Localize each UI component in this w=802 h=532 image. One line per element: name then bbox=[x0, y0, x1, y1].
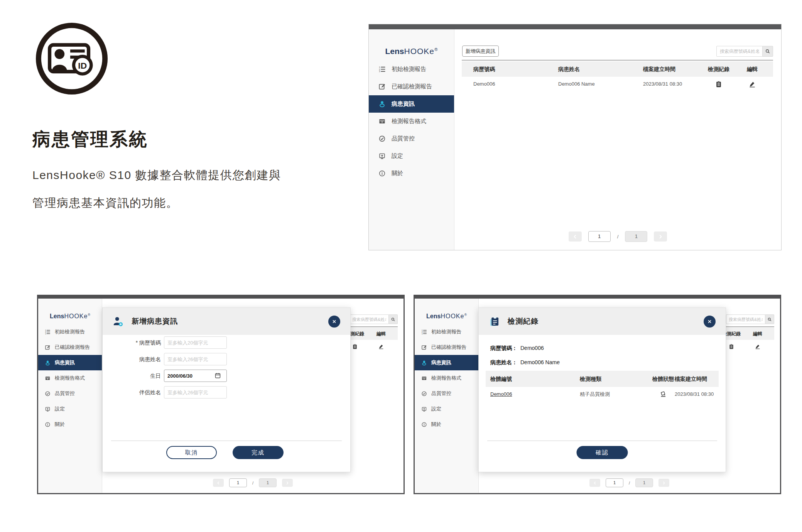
add-patient-dialog: 新增病患資訊 * 病歷號碼 病患姓名 生日 伴侶姓名 取消 完成 bbox=[102, 307, 351, 472]
edit-pencil-icon[interactable] bbox=[737, 77, 768, 91]
edit-document-icon bbox=[421, 345, 427, 350]
sidebar-menu: 123初始檢測報告已確認檢測報告病患資訊檢測報告格式品質管控設定關於 bbox=[369, 61, 454, 182]
quality-check-icon bbox=[421, 391, 427, 397]
window-test-records: LensHOOKe® 123初始檢測報告已確認檢測報告病患資訊檢測報告格式品質管… bbox=[414, 295, 781, 494]
sidebar: LensHOOKe® 123初始檢測報告已確認檢測報告病患資訊檢測報告格式品質管… bbox=[415, 299, 479, 493]
lenshooke-logo: LensHOOKe® bbox=[369, 29, 454, 56]
search-icon bbox=[391, 317, 395, 322]
current-page[interactable]: 1 bbox=[229, 478, 247, 487]
page-description: LensHooke® S10 數據整合軟體提供您創建與 管理病患基本資訊的功能。 bbox=[32, 161, 281, 217]
sidebar-item-report-format[interactable]: 檢測報告格式 bbox=[38, 370, 102, 386]
sidebar-item-label: 檢測報告格式 bbox=[55, 375, 85, 382]
partner-name-input[interactable] bbox=[164, 386, 227, 399]
window-titlebar bbox=[415, 296, 780, 299]
main-content: 新增病患資訊 病歷號碼 病患姓名 檔案建立時間 檢測紀錄 編輯 Demo006 … bbox=[454, 29, 781, 250]
current-page[interactable]: 1 bbox=[588, 231, 611, 242]
pagination: 1 / 1 bbox=[479, 478, 780, 487]
settings-monitor-icon bbox=[421, 406, 427, 412]
patient-name-label: 病患姓名： bbox=[490, 359, 517, 365]
sidebar-item-label: 已確認檢測報告 bbox=[55, 344, 90, 351]
sidebar-item-confirmed-reports[interactable]: 已確認檢測報告 bbox=[415, 339, 478, 355]
sidebar-item-label: 品質管控 bbox=[55, 390, 75, 397]
prev-page-button[interactable] bbox=[589, 479, 600, 487]
sidebar-item-quality-control[interactable]: 品質管控 bbox=[38, 386, 102, 401]
description-line-2: 管理病患基本資訊的功能。 bbox=[32, 189, 281, 217]
sidebar-item-patient-info[interactable]: 病患資訊 bbox=[369, 95, 454, 113]
sample-no-link[interactable]: Demo006 bbox=[490, 391, 512, 397]
sidebar-item-quality-control[interactable]: 品質管控 bbox=[415, 386, 478, 401]
sidebar-item-label: 檢測報告格式 bbox=[431, 375, 461, 382]
patient-name-label: 病患姓名 bbox=[103, 353, 161, 365]
sidebar-item-report-format[interactable]: 檢測報告格式 bbox=[415, 370, 478, 386]
svg-text:ID: ID bbox=[78, 61, 87, 71]
sidebar-item-confirmed-reports[interactable]: 已確認檢測報告 bbox=[38, 339, 102, 355]
search-icon bbox=[765, 49, 770, 54]
sidebar-item-about[interactable]: 關於 bbox=[369, 165, 454, 182]
next-page-button[interactable] bbox=[282, 479, 293, 487]
svg-text:3: 3 bbox=[45, 333, 46, 334]
search-button[interactable] bbox=[389, 314, 398, 324]
confirm-button[interactable]: 確認 bbox=[577, 446, 628, 459]
dialog-title: 檢測紀錄 bbox=[508, 316, 539, 326]
sidebar-item-patient-info[interactable]: 病患資訊 bbox=[415, 355, 478, 370]
search-button[interactable] bbox=[763, 46, 773, 57]
col-edit: 編輯 bbox=[366, 328, 397, 340]
edit-pencil-icon[interactable] bbox=[366, 340, 397, 353]
total-pages: 1 bbox=[625, 231, 647, 242]
col-created-time: 檔案建立時間 bbox=[643, 61, 675, 77]
sidebar-item-initial-reports[interactable]: 123初始檢測報告 bbox=[38, 324, 102, 339]
patient-id-row: 病歷號碼：Demo006 bbox=[490, 345, 544, 352]
numbered-list-icon: 123 bbox=[378, 66, 386, 73]
sidebar-item-settings[interactable]: 設定 bbox=[415, 401, 478, 417]
sidebar-item-confirmed-reports[interactable]: 已確認檢測報告 bbox=[369, 78, 454, 95]
close-button[interactable] bbox=[704, 316, 716, 328]
sidebar-item-label: 品質管控 bbox=[431, 390, 451, 397]
edit-pencil-icon[interactable] bbox=[742, 340, 773, 353]
search-box bbox=[350, 314, 398, 324]
report-format-icon bbox=[45, 375, 51, 381]
person-icon bbox=[378, 100, 386, 108]
close-button[interactable] bbox=[328, 316, 340, 328]
person-icon bbox=[45, 360, 51, 366]
sidebar-item-initial-reports[interactable]: 123初始檢測報告 bbox=[369, 61, 454, 78]
sidebar-item-settings[interactable]: 設定 bbox=[369, 147, 454, 165]
add-patient-button[interactable]: 新增病患資訊 bbox=[462, 46, 499, 57]
current-page[interactable]: 1 bbox=[606, 478, 623, 487]
sidebar-item-settings[interactable]: 設定 bbox=[38, 401, 102, 417]
record-no-input[interactable] bbox=[164, 336, 227, 349]
cancel-button[interactable]: 取消 bbox=[166, 446, 217, 459]
page-separator: / bbox=[252, 481, 253, 485]
sidebar-item-about[interactable]: 關於 bbox=[415, 417, 478, 432]
sidebar-item-about[interactable]: 關於 bbox=[38, 417, 102, 432]
col-created-time: 檔案建立時間 bbox=[675, 371, 707, 387]
numbered-list-icon: 123 bbox=[45, 329, 51, 335]
done-button[interactable]: 完成 bbox=[233, 446, 284, 459]
search-input[interactable] bbox=[726, 314, 765, 324]
page-title: 病患管理系統 bbox=[32, 127, 148, 152]
search-button[interactable] bbox=[765, 314, 774, 324]
sidebar-item-report-format[interactable]: 檢測報告格式 bbox=[369, 113, 454, 130]
calendar-icon[interactable] bbox=[214, 372, 221, 379]
next-page-button[interactable] bbox=[654, 231, 667, 242]
next-page-button[interactable] bbox=[658, 479, 669, 487]
test-records-clipboard-icon[interactable] bbox=[699, 77, 738, 91]
patient-name-input[interactable] bbox=[164, 353, 227, 365]
prev-page-button[interactable] bbox=[213, 479, 224, 487]
col-edit: 編輯 bbox=[737, 61, 768, 77]
cell-record-no: Demo006 bbox=[473, 77, 495, 91]
window-titlebar bbox=[369, 24, 781, 29]
search-input[interactable] bbox=[350, 314, 389, 324]
prev-page-button[interactable] bbox=[569, 231, 582, 242]
person-icon bbox=[421, 360, 427, 366]
search-input[interactable] bbox=[716, 46, 763, 57]
sidebar-item-patient-info[interactable]: 病患資訊 bbox=[38, 355, 102, 370]
description-line-1: LensHooke® S10 數據整合軟體提供您創建與 bbox=[32, 161, 281, 189]
settings-monitor-icon bbox=[378, 152, 386, 160]
sidebar-item-quality-control[interactable]: 品質管控 bbox=[369, 130, 454, 147]
sidebar-item-initial-reports[interactable]: 123初始檢測報告 bbox=[415, 324, 478, 339]
sidebar-item-label: 病患資訊 bbox=[392, 100, 415, 108]
lenshooke-logo: LensHOOKe® bbox=[415, 299, 478, 320]
numbered-list-icon: 123 bbox=[421, 329, 427, 335]
dialog-title: 新增病患資訊 bbox=[132, 316, 178, 326]
divider bbox=[462, 60, 773, 61]
